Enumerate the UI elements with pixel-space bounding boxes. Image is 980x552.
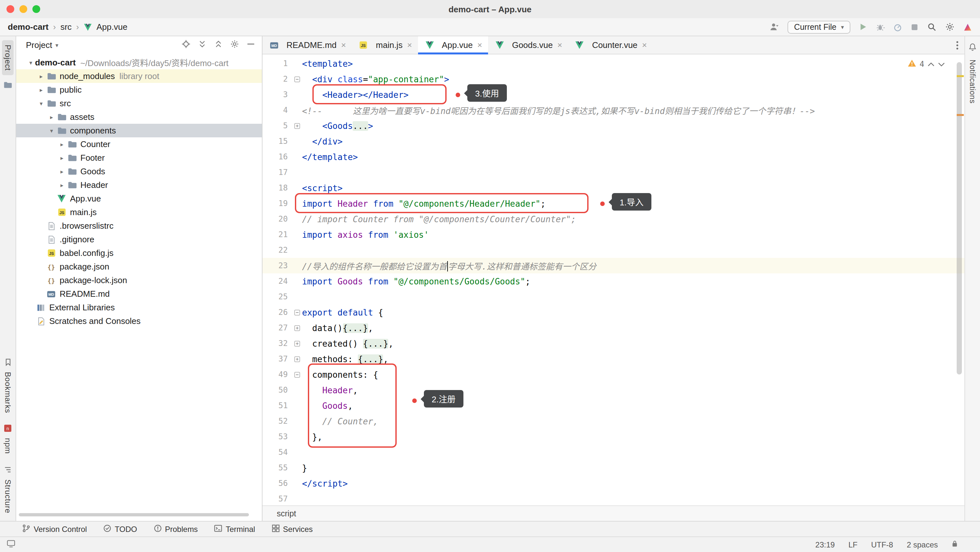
tree-row-scratches-and-consoles[interactable]: Scratches and Consoles [16,314,262,328]
line-number[interactable]: 1 [262,59,292,68]
code-line-1[interactable]: 1<template> [262,56,964,71]
line-number[interactable]: 15 [262,137,292,146]
line-number[interactable]: 21 [262,230,292,239]
chevron-closed-icon[interactable]: ▸ [47,114,56,120]
code-editor[interactable]: 1<template>2− <div class="app-container"… [262,54,964,505]
code-line-23[interactable]: 23//导入的组件名称一般都给它设置为首字母大写.这样和普通标签能有一个区分 [262,258,964,273]
line-number[interactable]: 20 [262,214,292,224]
line-number[interactable]: 3 [262,90,292,99]
file-encoding[interactable]: UTF-8 [871,540,893,549]
code-line-5[interactable]: 5+ <Goods...> [262,118,964,133]
tab-goods.vue[interactable]: Goods.vue× [488,36,568,54]
fold-expand-icon[interactable]: + [294,341,300,346]
fold-collapse-icon[interactable]: − [294,371,300,378]
tree-row-src[interactable]: ▾src [16,97,262,110]
breadcrumb-src[interactable]: src [60,22,72,32]
close-window-button[interactable] [6,5,14,13]
line-separator[interactable]: LF [848,540,858,549]
next-item-icon[interactable] [938,60,945,69]
warning-stripe-mark[interactable] [957,75,964,77]
line-number[interactable]: 50 [262,385,292,395]
line-number[interactable]: 51 [262,401,292,410]
project-panel-title[interactable]: Project [26,40,52,50]
tree-row-app.vue[interactable]: App.vue [16,192,262,205]
fold-collapse-icon[interactable]: − [294,76,300,82]
line-number[interactable]: 22 [262,246,292,255]
line-number[interactable]: 18 [262,183,292,192]
chevron-closed-icon[interactable]: ▸ [58,141,66,148]
line-number[interactable]: 52 [262,417,292,426]
close-tab-icon[interactable]: × [477,40,482,50]
debug-button[interactable] [876,22,885,32]
notifications-bell-icon[interactable] [968,42,977,54]
panel-settings-gear-icon[interactable] [230,40,239,51]
tool-window-button-project[interactable]: Project [2,40,14,75]
tab-app.vue[interactable]: App.vue× [418,36,488,54]
close-tab-icon[interactable]: × [407,40,412,50]
chevron-closed-icon[interactable]: ▸ [58,182,66,188]
fold-expand-icon[interactable]: + [294,123,300,128]
line-number[interactable]: 26 [262,308,292,317]
caret-position[interactable]: 23:19 [815,540,835,549]
stop-button[interactable] [911,23,918,31]
line-number[interactable]: 25 [262,292,292,301]
tree-row-.browserslistrc[interactable]: .browserslistrc [16,219,262,233]
code-line-21[interactable]: 21import axios from 'axios' [262,227,964,242]
tool-window-button-structure[interactable]: Structure [3,464,12,513]
code-line-16[interactable]: 16</template> [262,149,964,165]
chevron-closed-icon[interactable]: ▸ [58,154,66,161]
code-line-55[interactable]: 55} [262,460,964,476]
vertical-scrollbar[interactable] [957,62,962,374]
chevron-closed-icon[interactable]: ▸ [37,73,45,79]
breadcrumb-script[interactable]: script [277,509,296,518]
ai-plugin-icon[interactable] [963,22,972,32]
code-line-32[interactable]: 32+ created() {...}, [262,336,964,351]
tree-row-footer[interactable]: ▸Footer [16,151,262,165]
code-line-15[interactable]: 15 </div> [262,133,964,149]
code-line-24[interactable]: 24import Goods from "@/components/Goods/… [262,273,964,289]
tree-row-main.js[interactable]: JSmain.js [16,205,262,219]
breadcrumb-file[interactable]: App.vue [97,22,127,32]
chevron-closed-icon[interactable]: ▸ [58,168,66,174]
fold-expand-icon[interactable]: + [294,356,300,362]
close-tab-icon[interactable]: × [557,40,562,50]
line-number[interactable]: 56 [262,479,292,488]
inspections-widget[interactable]: 4 [907,59,945,69]
tab-readme.md[interactable]: MDREADME.md× [262,36,352,54]
code-line-22[interactable]: 22 [262,242,964,258]
chevron-down-icon[interactable]: ▾ [56,42,58,48]
line-number[interactable]: 5 [262,121,292,130]
line-number[interactable]: 16 [262,152,292,161]
more-tabs-icon[interactable] [956,41,959,49]
line-number[interactable]: 23 [262,261,292,270]
locate-file-icon[interactable] [181,40,191,51]
tree-row-.gitignore[interactable]: .gitignore [16,233,262,246]
breadcrumb-project[interactable]: demo-cart [8,22,49,32]
tool-window-button-terminal[interactable]: Terminal [214,524,255,534]
line-number[interactable]: 32 [262,339,292,348]
line-number[interactable]: 37 [262,354,292,363]
tree-row-assets[interactable]: ▸assets [16,110,262,124]
tool-window-button-version-control[interactable]: Version Control [22,524,87,534]
code-line-27[interactable]: 27+ data(){...}, [262,320,964,336]
tool-window-button-problems[interactable]: Problems [153,524,198,534]
readonly-lock-icon[interactable] [951,540,958,549]
tree-row-babel.config.js[interactable]: JSbabel.config.js [16,246,262,260]
run-button[interactable] [859,23,867,31]
tree-row-readme.md[interactable]: MDREADME.md [16,287,262,301]
code-line-57[interactable]: 57 [262,491,964,505]
line-number[interactable]: 53 [262,432,292,441]
tool-window-button-todo[interactable]: TODO [103,524,137,534]
close-tab-icon[interactable]: × [341,40,346,50]
warning-stripe-mark[interactable] [957,114,964,116]
line-number[interactable]: 2 [262,75,292,84]
indent-setting[interactable]: 2 spaces [907,540,938,549]
collapse-all-icon[interactable] [198,40,207,51]
code-line-56[interactable]: 56</script> [262,476,964,491]
tree-row-public[interactable]: ▸public [16,83,262,97]
tree-row-components[interactable]: ▾components [16,124,262,137]
run-configuration-select[interactable]: Current File ▾ [788,21,850,33]
line-number[interactable]: 19 [262,199,292,208]
line-number[interactable]: 27 [262,323,292,332]
line-number[interactable]: 57 [262,494,292,503]
